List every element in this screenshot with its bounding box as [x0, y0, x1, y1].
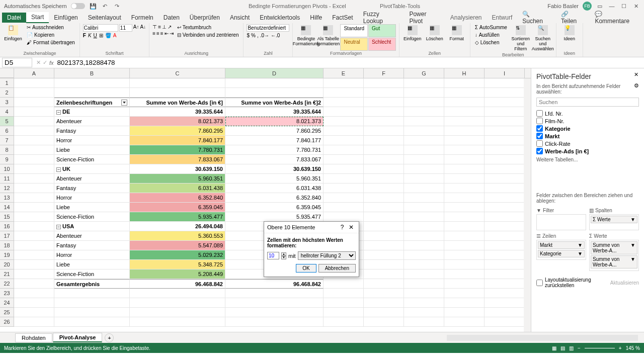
fill-button[interactable]: ↓ Ausfüllen — [473, 32, 509, 38]
cell[interactable] — [404, 289, 444, 298]
cell[interactable] — [225, 308, 324, 317]
cell[interactable]: 6.352.840 — [225, 193, 324, 203]
new-sheet-icon[interactable]: + — [105, 333, 114, 342]
cell[interactable] — [485, 241, 525, 250]
underline-button[interactable]: U — [94, 33, 97, 38]
field-checkbox[interactable] — [536, 125, 543, 132]
cell[interactable] — [364, 222, 404, 231]
zoom-in-icon[interactable]: + — [619, 345, 622, 351]
cell[interactable] — [324, 126, 364, 136]
cell[interactable] — [225, 298, 324, 308]
row-header[interactable]: 17 — [0, 231, 14, 241]
view-break-icon[interactable]: ▥ — [569, 345, 574, 351]
cell[interactable] — [485, 126, 525, 136]
field-checkbox[interactable] — [536, 110, 543, 117]
cell[interactable] — [14, 98, 54, 107]
cell[interactable] — [404, 279, 444, 289]
cell[interactable] — [485, 184, 525, 193]
cell[interactable] — [444, 117, 485, 126]
format-select[interactable]: hellroter Füllung 2 — [298, 251, 356, 260]
comments-button[interactable]: 💬 Kommentare — [590, 9, 642, 26]
style-neutral[interactable]: Neutral — [340, 38, 368, 51]
delete-cells-button[interactable]: ▦Löschen — [425, 24, 445, 51]
cell[interactable]: 6.352.840 — [130, 193, 225, 203]
cell[interactable] — [444, 308, 485, 317]
cell[interactable] — [364, 203, 404, 212]
dialog-close-icon[interactable]: ✕ — [347, 224, 356, 231]
cell[interactable] — [485, 203, 525, 212]
cell[interactable] — [485, 260, 525, 269]
cell[interactable] — [404, 184, 444, 193]
vertical-scrollbar[interactable] — [524, 78, 531, 332]
genre-cell[interactable]: Science-Fiction — [54, 212, 130, 222]
format-cells-button[interactable]: ▦Format — [447, 24, 467, 51]
row-header[interactable]: 18 — [0, 241, 14, 250]
ok-button[interactable]: OK — [296, 264, 316, 273]
cell[interactable] — [14, 250, 54, 260]
cell[interactable] — [324, 136, 364, 145]
cell[interactable] — [485, 107, 525, 117]
cell[interactable] — [444, 98, 485, 107]
cell[interactable] — [225, 88, 324, 98]
cell[interactable] — [364, 88, 404, 98]
cell[interactable]: 96.468.842 — [225, 279, 324, 289]
cell[interactable] — [324, 279, 364, 289]
cell[interactable] — [324, 298, 364, 308]
row-header[interactable]: 19 — [0, 250, 14, 260]
cell[interactable] — [444, 126, 485, 136]
cell[interactable]: 5.348.725 — [130, 260, 225, 269]
cell[interactable] — [404, 98, 444, 107]
cell[interactable] — [444, 164, 485, 174]
fill-color-button[interactable]: 🪣 — [105, 33, 111, 38]
cell[interactable]: 5.029.232 — [130, 250, 225, 260]
cell[interactable] — [364, 136, 404, 145]
cell[interactable] — [14, 241, 54, 250]
cell[interactable]: 5.208.449 — [130, 269, 225, 279]
close-pane-icon[interactable]: ✕ — [634, 71, 641, 78]
row-header[interactable]: 21 — [0, 269, 14, 279]
cell[interactable] — [14, 260, 54, 269]
cell[interactable] — [14, 298, 54, 308]
col-header-A[interactable]: A — [14, 68, 54, 78]
name-box[interactable] — [2, 58, 32, 67]
cell[interactable] — [14, 155, 54, 164]
bold-button[interactable]: F — [83, 33, 86, 38]
field-label[interactable]: Werbe-Ads [in €] — [545, 148, 589, 154]
tab-insert[interactable]: Einfügen — [49, 13, 83, 23]
col-header-F[interactable]: F — [364, 68, 404, 78]
area-item[interactable]: Kategorie▼ — [538, 250, 585, 257]
cell[interactable] — [404, 174, 444, 184]
more-tables-link[interactable]: Weitere Tabellen... — [536, 157, 639, 162]
tab-analyze[interactable]: Analysieren — [445, 13, 487, 23]
grand-total-label[interactable]: Gesamtergebnis — [54, 279, 130, 289]
group-toggle[interactable]: −USA — [54, 222, 130, 231]
row-header[interactable]: 10 — [0, 164, 14, 174]
values-area[interactable]: Summe von Werbe-A...▼Summe von Werbe-A..… — [589, 240, 639, 271]
cell[interactable] — [364, 289, 404, 298]
indent-dec-icon[interactable]: ⇤ — [165, 31, 169, 36]
cell[interactable] — [444, 298, 485, 308]
cell[interactable] — [404, 155, 444, 164]
cell[interactable] — [485, 136, 525, 145]
genre-cell[interactable]: Abenteuer — [54, 174, 130, 184]
cell[interactable] — [404, 78, 444, 88]
cell[interactable] — [225, 317, 324, 327]
cell[interactable]: 5.960.351 — [130, 174, 225, 184]
cell[interactable] — [444, 231, 485, 241]
style-gut[interactable]: Gut — [368, 24, 396, 37]
field-checkbox[interactable] — [536, 133, 543, 139]
cell[interactable] — [364, 308, 404, 317]
percent-icon[interactable]: % — [251, 33, 256, 38]
columns-area[interactable]: Σ Werte▼ — [589, 214, 639, 230]
cell[interactable] — [485, 174, 525, 184]
cell[interactable] — [404, 193, 444, 203]
tab-view[interactable]: Ansicht — [225, 13, 255, 23]
cell[interactable] — [404, 145, 444, 155]
row-header[interactable]: 8 — [0, 145, 14, 155]
cell[interactable] — [364, 184, 404, 193]
cell[interactable] — [54, 88, 130, 98]
cell[interactable] — [130, 317, 225, 327]
zoom-level[interactable]: 145 % — [626, 345, 640, 351]
genre-cell[interactable]: Horror — [54, 193, 130, 203]
view-layout-icon[interactable]: ▤ — [560, 345, 565, 351]
